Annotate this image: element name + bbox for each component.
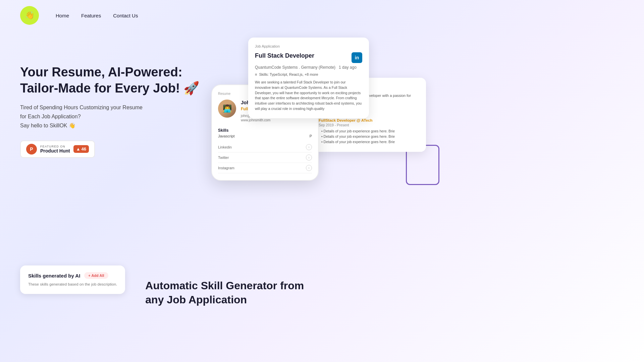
hero-title-line2: Tailor-Made for Every Job! 🚀 — [20, 81, 199, 95]
hero-right: Job Application Full Stack Developer in … — [208, 38, 624, 259]
resume-website: www.johnsmith.com — [241, 118, 280, 122]
ph-arrow: ▲ — [76, 146, 80, 152]
job-title: Full Stack Developer — [255, 52, 314, 59]
linkedin-social-row: Linkedin ○ — [218, 142, 312, 153]
skills-title: Skills — [218, 128, 312, 133]
job-skills-row: ≡ Skills: TypeScript, React.js, +8 more — [255, 72, 362, 76]
ph-logo-icon: P — [26, 144, 37, 155]
twitter-social-icon[interactable]: ○ — [306, 155, 312, 161]
hero-section: Your Resume, AI-Powered: Tailor-Made for… — [0, 31, 644, 259]
hero-subtitle-line2: for Each Job Application? — [20, 114, 81, 119]
linkedin-social-icon[interactable]: ○ — [306, 144, 312, 150]
twitter-label: Twitter — [218, 156, 229, 160]
add-all-button[interactable]: + Add All — [84, 272, 108, 279]
instagram-social-row: Instagram ○ — [218, 163, 312, 173]
skills-card-header: Skills generated by AI + Add All — [28, 272, 117, 279]
bottom-section: Skills generated by AI + Add All These s… — [0, 259, 644, 326]
skills-icon: ≡ — [255, 72, 257, 76]
ph-text-block: FEATURED ON Product Hunt — [40, 145, 70, 154]
hero-left: Your Resume, AI-Powered: Tailor-Made for… — [20, 38, 208, 259]
right-text-block: Automatic Skill Generator from any Job A… — [145, 265, 624, 307]
linkedin-label: Linkedin — [218, 145, 232, 149]
job-company: QuantumCode Systems . Germany (Remote) 1… — [255, 65, 362, 70]
job-card-header: Full Stack Developer in — [255, 52, 362, 63]
page-title: Your Resume, AI-Powered: Tailor-Made for… — [20, 64, 208, 96]
exp-bullet-2: • Details of your job experience goes he… — [319, 134, 419, 138]
ph-count: ▲ 46 — [73, 145, 89, 153]
ph-name: Product Hunt — [40, 148, 70, 154]
ph-featured-label: FEATURED ON — [40, 145, 70, 148]
nav-features[interactable]: Features — [81, 13, 101, 18]
skills-row: Javascript P — [218, 134, 312, 138]
linkedin-icon[interactable]: in — [352, 52, 362, 63]
ph-number: 46 — [82, 146, 86, 152]
hero-subtitle-line1: Tired of Spending Hours Customizing your… — [20, 105, 143, 110]
skill-name: Javascript — [218, 134, 235, 138]
job-description: We are seeking a talented Full Stack Dev… — [255, 80, 362, 112]
section-heading-line2: any Job Application — [145, 294, 247, 306]
exp-date: Sep 2019 - Present — [319, 123, 419, 127]
hero-subtitle: Tired of Spending Hours Customizing your… — [20, 103, 161, 130]
skill-level: P — [310, 134, 312, 138]
section-heading-line1: Automatic Skill Generator from — [145, 280, 304, 292]
avatar: 👨‍💻 — [218, 100, 236, 118]
resume-skills-section: Skills Javascript P — [218, 128, 312, 138]
hero-title-line1: Your Resume, AI-Powered: — [20, 65, 182, 79]
nav-contact[interactable]: Contact Us — [113, 13, 138, 18]
skills-card-title: Skills generated by AI — [28, 273, 80, 279]
section-heading-right: Automatic Skill Generator from any Job A… — [145, 279, 624, 307]
job-section-label: Job Application — [255, 44, 362, 48]
skills-ai-card: Skills generated by AI + Add All These s… — [20, 265, 125, 294]
hero-subtitle-line3: Say hello to SkillOK 👋 — [20, 123, 75, 128]
exp-bullet-1: • Details of your job experience goes he… — [319, 129, 419, 133]
skills-card-description: These skills generated based on the job … — [28, 282, 117, 287]
logo-icon: 👋 — [25, 11, 34, 20]
job-application-card: Job Application Full Stack Developer in … — [248, 38, 369, 118]
instagram-label: Instagram — [218, 166, 234, 170]
instagram-social-icon[interactable]: ○ — [306, 165, 312, 171]
exp-bullet-3: • Details of your job experience goes he… — [319, 140, 419, 144]
logo[interactable]: 👋 — [20, 6, 39, 25]
nav-links: Home Features Contact Us — [56, 13, 138, 18]
nav-home[interactable]: Home — [56, 13, 69, 18]
product-hunt-badge[interactable]: P FEATURED ON Product Hunt ▲ 46 — [20, 140, 95, 158]
navbar: 👋 Home Features Contact Us — [0, 0, 644, 31]
twitter-social-row: Twitter ○ — [218, 153, 312, 163]
job-skills-text: Skills: TypeScript, React.js, +8 more — [259, 72, 318, 76]
exp-title: FullStack Developer @ ATech — [319, 118, 419, 122]
